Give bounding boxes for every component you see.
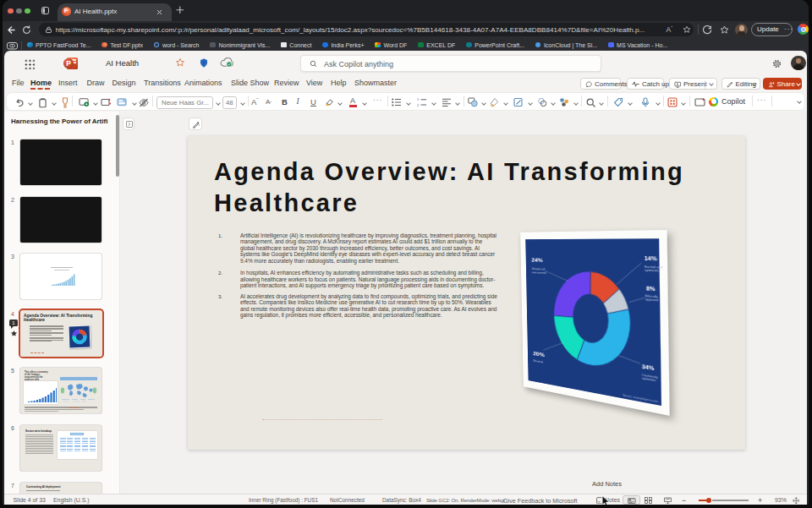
svg-text:1: 1	[417, 98, 420, 101]
svg-text:2: 2	[417, 103, 420, 107]
